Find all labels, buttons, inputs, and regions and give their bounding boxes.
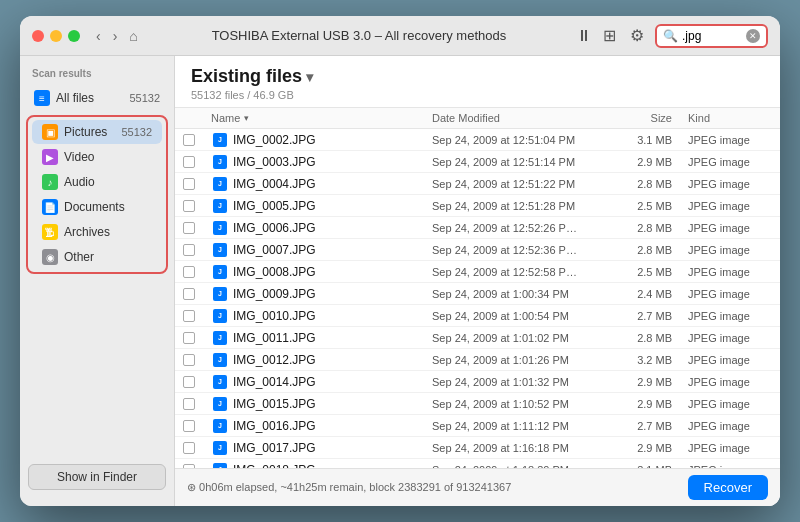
file-kind: JPEG image [672,442,772,454]
column-headers: Name ▾ Date Modified Size Kind [175,108,780,129]
file-checkbox[interactable] [183,310,195,322]
video-label: Video [64,150,152,164]
close-button[interactable] [32,30,44,42]
file-type-icon: J [213,441,227,455]
file-kind: JPEG image [672,332,772,344]
file-checkbox[interactable] [183,354,195,366]
table-row: J IMG_0012.JPG Sep 24, 2009 at 1:01:26 P… [175,349,780,371]
show-in-finder-button[interactable]: Show in Finder [28,464,166,490]
file-icon-wrap: J [211,397,229,411]
file-kind: JPEG image [672,200,772,212]
table-row: J IMG_0018.JPG Sep 24, 2009 at 1:18:30 P… [175,459,780,468]
file-checkbox[interactable] [183,376,195,388]
sidebar-item-archives[interactable]: 🗜 Archives [32,220,162,244]
file-checkbox[interactable] [183,178,195,190]
table-row: J IMG_0016.JPG Sep 24, 2009 at 1:11:12 P… [175,415,780,437]
file-date: Sep 24, 2009 at 12:51:28 PM [432,200,612,212]
file-date: Sep 24, 2009 at 1:10:52 PM [432,398,612,410]
file-checkbox[interactable] [183,156,195,168]
file-count-label: 55132 files / 46.9 GB [191,89,764,101]
file-date: Sep 24, 2009 at 12:52:36 P… [432,244,612,256]
file-size: 2.8 MB [612,332,672,344]
table-row: J IMG_0017.JPG Sep 24, 2009 at 1:16:18 P… [175,437,780,459]
sidebar-item-pictures[interactable]: ▣ Pictures 55132 [32,120,162,144]
file-name: IMG_0015.JPG [233,397,432,411]
file-checkbox[interactable] [183,134,195,146]
file-kind: JPEG image [672,156,772,168]
file-panel-header: Existing files ▾ 55132 files / 46.9 GB [175,56,780,108]
file-checkbox[interactable] [183,200,195,212]
file-kind: JPEG image [672,266,772,278]
search-clear-button[interactable]: ✕ [746,29,760,43]
settings-button[interactable]: ⚙ [627,23,647,48]
table-row: J IMG_0007.JPG Sep 24, 2009 at 12:52:36 … [175,239,780,261]
search-input[interactable] [682,29,742,43]
recover-button[interactable]: Recover [688,475,768,500]
file-checkbox-wrap [183,222,211,234]
date-column-header[interactable]: Date Modified [432,112,612,124]
file-kind: JPEG image [672,354,772,366]
file-size: 2.9 MB [612,156,672,168]
sidebar-item-audio[interactable]: ♪ Audio [32,170,162,194]
title-chevron-icon[interactable]: ▾ [306,69,313,85]
file-name: IMG_0006.JPG [233,221,432,235]
file-checkbox[interactable] [183,244,195,256]
minimize-button[interactable] [50,30,62,42]
file-icon-wrap: J [211,221,229,235]
file-icon-wrap: J [211,199,229,213]
file-checkbox-wrap [183,134,211,146]
file-type-icon: J [213,155,227,169]
file-date: Sep 24, 2009 at 12:52:26 P… [432,222,612,234]
file-size: 2.5 MB [612,200,672,212]
nav-back-button[interactable]: ‹ [92,26,105,46]
kind-column-header[interactable]: Kind [672,112,772,124]
file-name: IMG_0014.JPG [233,375,432,389]
pause-button[interactable]: ⏸ [576,27,592,45]
file-checkbox-wrap [183,178,211,190]
file-icon-wrap: J [211,375,229,389]
file-checkbox[interactable] [183,288,195,300]
file-type-icon: J [213,419,227,433]
table-row: J IMG_0011.JPG Sep 24, 2009 at 1:01:02 P… [175,327,780,349]
file-checkbox[interactable] [183,420,195,432]
file-checkbox-wrap [183,420,211,432]
file-checkbox[interactable] [183,332,195,344]
file-icon-wrap: J [211,287,229,301]
file-name: IMG_0012.JPG [233,353,432,367]
file-size: 2.8 MB [612,222,672,234]
file-icon-wrap: J [211,155,229,169]
grid-view-button[interactable]: ⊞ [600,23,619,48]
elapsed-status: ⊛ 0h06m elapsed, ~41h25m remain, block 2… [187,481,511,494]
sidebar: Scan results ≡ All files 55132 ▣ Picture… [20,56,175,506]
search-icon: 🔍 [663,29,678,43]
pictures-label: Pictures [64,125,115,139]
sidebar-item-documents[interactable]: 📄 Documents [32,195,162,219]
file-icon-wrap: J [211,419,229,433]
file-date: Sep 24, 2009 at 12:51:14 PM [432,156,612,168]
size-column-header[interactable]: Size [612,112,672,124]
search-bar: 🔍 ✕ [655,24,768,48]
home-button[interactable]: ⌂ [125,26,141,46]
name-column-header[interactable]: Name ▾ [211,112,432,124]
nav-forward-button[interactable]: › [109,26,122,46]
file-checkbox-wrap [183,288,211,300]
file-type-icon: J [213,199,227,213]
file-checkbox[interactable] [183,442,195,454]
file-name: IMG_0007.JPG [233,243,432,257]
file-checkbox[interactable] [183,266,195,278]
maximize-button[interactable] [68,30,80,42]
file-checkbox-wrap [183,354,211,366]
file-checkbox[interactable] [183,222,195,234]
titlebar-actions: ⏸ ⊞ ⚙ 🔍 ✕ [576,23,768,48]
sidebar-item-video[interactable]: ▶ Video [32,145,162,169]
file-type-icon: J [213,375,227,389]
file-panel: Existing files ▾ 55132 files / 46.9 GB N… [175,56,780,506]
file-checkbox[interactable] [183,398,195,410]
file-size: 2.7 MB [612,310,672,322]
table-row: J IMG_0008.JPG Sep 24, 2009 at 12:52:58 … [175,261,780,283]
file-size: 2.9 MB [612,442,672,454]
sidebar-item-other[interactable]: ◉ Other [32,245,162,269]
file-type-icon: J [213,265,227,279]
file-checkbox-wrap [183,244,211,256]
sidebar-item-all-files[interactable]: ≡ All files 55132 [24,86,170,110]
